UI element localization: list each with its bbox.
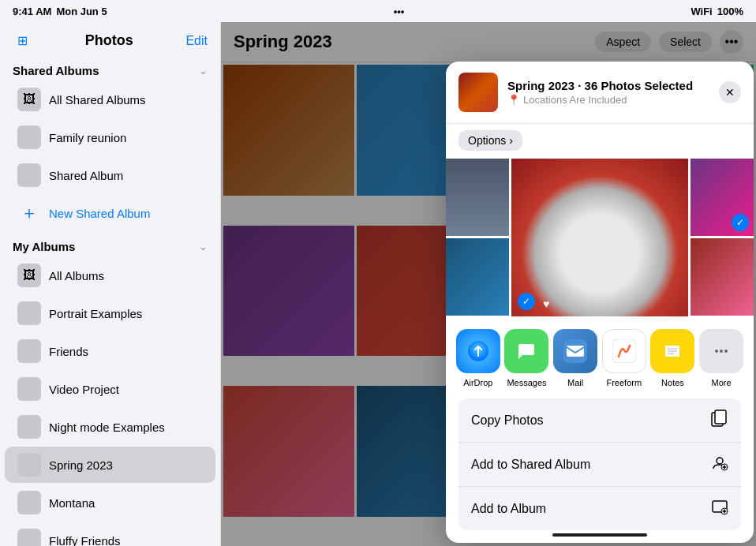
preview-photo-bot-left[interactable] <box>446 238 509 316</box>
heart-icon-preview: ♥ <box>543 297 549 310</box>
action-copy-photos[interactable]: Copy Photos <box>458 398 741 442</box>
sidebar-item-label: All Albums <box>49 269 104 282</box>
sidebar: ⊞ Photos Edit Shared Albums ⌄ 🖼 All Shar… <box>0 22 221 546</box>
sidebar-edit-button[interactable]: Edit <box>185 34 208 48</box>
options-label: Options <box>468 134 506 147</box>
friends-thumb <box>17 339 41 363</box>
status-time: 9:41 AM <box>13 6 51 17</box>
sidebar-item-label: Fluffy Friends <box>49 534 121 547</box>
share-app-messages[interactable]: Messages <box>504 329 548 387</box>
share-subtitle-text: Locations Are Included <box>523 94 627 106</box>
sidebar-item-all-albums[interactable]: 🖼 All Albums <box>5 257 215 294</box>
sidebar-item-label: New Shared Album <box>49 207 150 220</box>
sidebar-item-night-mode[interactable]: Night mode Examples <box>5 409 215 445</box>
section-title-shared: Shared Albums <box>13 64 99 77</box>
svg-rect-15 <box>715 410 726 424</box>
night-thumb <box>17 415 41 439</box>
copy-photos-label: Copy Photos <box>471 413 544 428</box>
montana-thumb <box>17 491 41 514</box>
share-sheet-subtitle: 📍 Locations Are Included <box>507 94 709 106</box>
shared-album-thumb <box>17 163 41 187</box>
sidebar-item-label: Shared Album <box>49 169 123 182</box>
svg-point-16 <box>717 458 723 464</box>
spring-thumb <box>17 453 41 477</box>
options-button[interactable]: Options › <box>458 130 522 151</box>
sidebar-item-portrait[interactable]: Portrait Examples <box>5 295 215 331</box>
share-thumb-inner <box>458 73 498 112</box>
mail-icon <box>553 329 597 373</box>
sidebar-item-shared-album[interactable]: Shared Album <box>5 157 215 193</box>
sidebar-item-fluffy-friends[interactable]: Fluffy Friends <box>5 522 215 546</box>
share-app-airdrop[interactable]: AirDrop <box>456 329 500 387</box>
more-icon <box>699 329 743 373</box>
section-header-shared-albums: Shared Albums ⌄ <box>0 56 220 80</box>
action-add-shared-album[interactable]: Add to Shared Album <box>458 442 741 486</box>
add-album-label: Add to Album <box>471 502 546 516</box>
flower-photo <box>511 159 688 316</box>
preview-main-photo[interactable]: ✓ ♥ <box>511 159 688 316</box>
fluffy-thumb <box>17 529 41 546</box>
add-icon: ＋ <box>17 201 41 225</box>
section-header-my-albums: My Albums ⌄ <box>0 232 220 256</box>
add-album-icon <box>711 498 728 519</box>
scroll-indicator <box>552 533 647 537</box>
sidebar-item-all-shared-albums[interactable]: 🖼 All Shared Albums <box>5 81 215 118</box>
airdrop-icon <box>456 329 500 373</box>
share-apps-row: AirDrop Messages <box>446 316 754 391</box>
add-shared-album-icon <box>711 454 728 475</box>
action-add-album[interactable]: Add to Album <box>458 486 741 530</box>
sidebar-item-video-project[interactable]: Video Project <box>5 371 215 407</box>
sidebar-item-friends[interactable]: Friends <box>5 333 215 369</box>
messages-icon <box>504 329 548 373</box>
share-close-button[interactable]: ✕ <box>719 81 741 103</box>
sidebar-item-new-shared-album[interactable]: ＋ New Shared Album <box>5 195 215 231</box>
sidebar-item-label: Friends <box>49 345 88 358</box>
status-right: WiFi 100% <box>691 6 743 17</box>
share-app-freeform[interactable]: Freeform <box>602 329 646 387</box>
preview-small-right: ✓ <box>691 159 754 316</box>
sidebar-item-label: Spring 2023 <box>49 458 113 472</box>
sidebar-title: Photos <box>85 32 133 49</box>
svg-point-12 <box>720 350 723 353</box>
select-badge-left: ✓ <box>518 293 535 310</box>
freeform-icon <box>602 329 646 373</box>
all-albums-thumb: 🖼 <box>17 264 41 287</box>
sidebar-item-label: All Shared Albums <box>49 93 146 107</box>
preview-small-left <box>446 159 509 316</box>
share-app-notes[interactable]: Notes <box>650 329 694 387</box>
chevron-down-icon: ⌄ <box>199 65 208 77</box>
location-icon: 📍 <box>507 94 520 106</box>
sidebar-item-label: Video Project <box>49 383 119 396</box>
messages-label: Messages <box>507 378 546 387</box>
family-reunion-thumb <box>17 125 41 149</box>
all-shared-thumb: 🖼 <box>17 88 41 111</box>
sidebar-header: ⊞ Photos Edit <box>0 22 220 56</box>
sidebar-item-label: Family reunion <box>49 131 126 144</box>
svg-point-11 <box>715 350 718 353</box>
sidebar-item-family-reunion[interactable]: Family reunion <box>5 119 215 155</box>
sidebar-toggle-button[interactable]: ⊞ <box>13 32 32 50</box>
status-center: ••• <box>394 6 405 17</box>
video-thumb <box>17 377 41 401</box>
mail-label: Mail <box>567 378 583 387</box>
sidebar-item-label: Portrait Examples <box>49 307 142 320</box>
sidebar-item-spring-2023[interactable]: Spring 2023 <box>5 447 215 483</box>
share-sheet: Spring 2023 · 36 Photos Selected 📍 Locat… <box>446 62 754 543</box>
preview-photo-top-left[interactable] <box>446 159 509 236</box>
preview-photo-bot-right[interactable] <box>691 238 754 316</box>
preview-photo-top-right[interactable]: ✓ <box>691 159 754 236</box>
notes-icon <box>650 329 694 373</box>
app-container: ⊞ Photos Edit Shared Albums ⌄ 🖼 All Shar… <box>0 22 756 546</box>
battery-icon: 100% <box>717 6 743 17</box>
status-bar: 9:41 AM Mon Jun 5 ••• WiFi 100% <box>0 0 756 22</box>
sidebar-item-montana[interactable]: Montana <box>5 484 215 521</box>
share-sheet-title: Spring 2023 · 36 Photos Selected <box>507 79 709 92</box>
status-left: 9:41 AM Mon Jun 5 <box>13 6 107 17</box>
preview-strip: ✓ ♥ ✓ <box>446 159 754 316</box>
copy-photos-icon <box>711 410 728 431</box>
options-chevron: › <box>509 134 513 147</box>
share-app-mail[interactable]: Mail <box>553 329 597 387</box>
share-app-more[interactable]: More <box>699 329 743 387</box>
more-label: More <box>712 378 732 387</box>
sidebar-item-label: Night mode Examples <box>49 421 165 434</box>
